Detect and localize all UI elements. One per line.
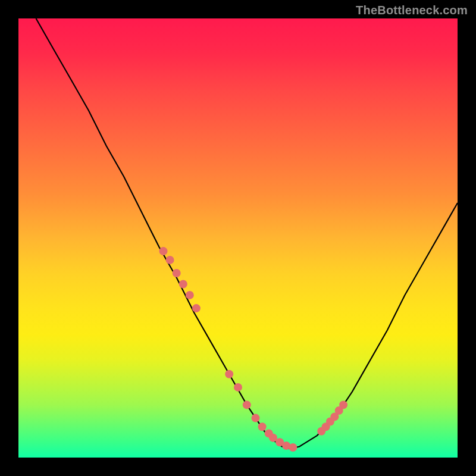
highlight-dot — [258, 422, 267, 431]
highlight-dot — [252, 414, 260, 422]
chart-plot-area — [18, 18, 458, 458]
highlight-dot — [243, 400, 251, 409]
highlight-dot — [166, 256, 174, 264]
highlight-dot — [339, 400, 347, 409]
highlight-dot — [225, 370, 233, 378]
highlight-dot — [186, 291, 194, 299]
watermark-text: TheBottleneck.com — [356, 4, 468, 17]
highlight-dot — [159, 247, 168, 255]
curve-layer — [18, 18, 458, 458]
highlight-dot — [179, 280, 187, 289]
highlight-dot — [192, 304, 201, 312]
highlight-dot — [234, 383, 242, 392]
highlight-dots — [159, 247, 348, 452]
highlight-dot — [289, 443, 297, 452]
bottleneck-curve — [36, 18, 458, 449]
highlight-dot — [173, 269, 181, 277]
